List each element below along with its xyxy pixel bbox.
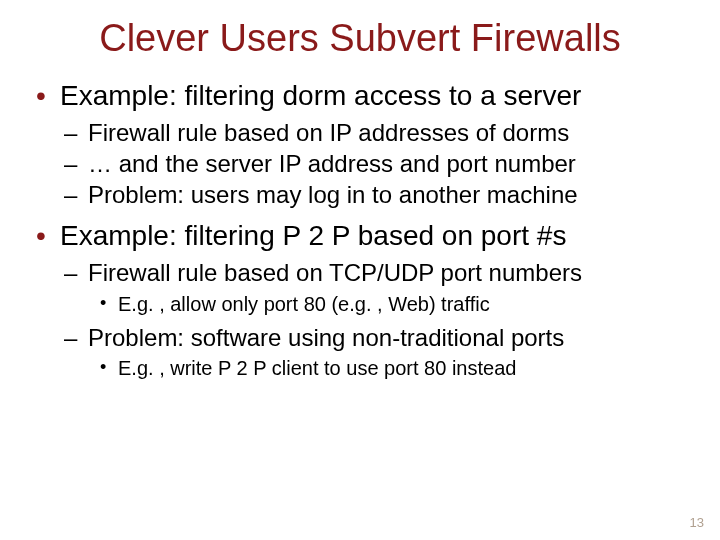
- sub-item: Problem: users may log in to another mac…: [60, 179, 684, 210]
- sub-text: Problem: users may log in to another mac…: [88, 181, 578, 208]
- bullet-item: Example: filtering dorm access to a serv…: [36, 78, 684, 211]
- bullet-text: Example: filtering P 2 P based on port #…: [60, 220, 566, 251]
- subsub-text: E.g. , write P 2 P client to use port 80…: [118, 357, 516, 379]
- subsub-text: E.g. , allow only port 80 (e.g. , Web) t…: [118, 293, 490, 315]
- sub-text: Problem: software using non-traditional …: [88, 324, 564, 351]
- sub-list: Firewall rule based on TCP/UDP port numb…: [60, 257, 684, 381]
- sub-text: … and the server IP address and port num…: [88, 150, 576, 177]
- slide: Clever Users Subvert Firewalls Example: …: [0, 0, 720, 540]
- sub-item: Firewall rule based on IP addresses of d…: [60, 117, 684, 148]
- sub-item: Problem: software using non-traditional …: [60, 322, 684, 382]
- subsub-item: E.g. , write P 2 P client to use port 80…: [88, 355, 684, 382]
- bullet-list: Example: filtering dorm access to a serv…: [36, 78, 684, 382]
- sub-text: Firewall rule based on IP addresses of d…: [88, 119, 569, 146]
- sub-list: Firewall rule based on IP addresses of d…: [60, 117, 684, 211]
- bullet-text: Example: filtering dorm access to a serv…: [60, 80, 581, 111]
- subsub-list: E.g. , write P 2 P client to use port 80…: [88, 355, 684, 382]
- bullet-item: Example: filtering P 2 P based on port #…: [36, 218, 684, 381]
- slide-title: Clever Users Subvert Firewalls: [36, 18, 684, 60]
- subsub-item: E.g. , allow only port 80 (e.g. , Web) t…: [88, 291, 684, 318]
- sub-item: Firewall rule based on TCP/UDP port numb…: [60, 257, 684, 317]
- sub-item: … and the server IP address and port num…: [60, 148, 684, 179]
- subsub-list: E.g. , allow only port 80 (e.g. , Web) t…: [88, 291, 684, 318]
- page-number: 13: [690, 515, 704, 530]
- sub-text: Firewall rule based on TCP/UDP port numb…: [88, 259, 582, 286]
